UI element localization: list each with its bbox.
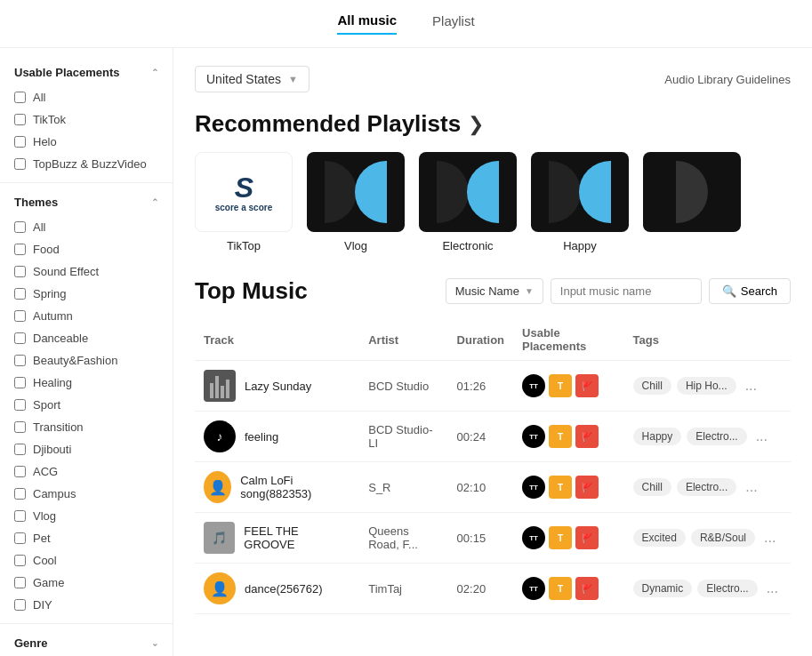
guideline-link[interactable]: Audio Library Guidelines xyxy=(664,73,791,86)
checkbox-theme-beauty-fashion[interactable] xyxy=(14,355,26,366)
sidebar-item-theme-acg[interactable]: ACG xyxy=(0,460,173,483)
label-theme-sound-effect: Sound Effect xyxy=(33,265,99,278)
sidebar-section-genre-header[interactable]: Genre ⌄ xyxy=(0,629,173,656)
checkbox-theme-sport[interactable] xyxy=(14,399,26,411)
sidebar-item-theme-sport[interactable]: Sport xyxy=(0,394,173,416)
track-name: Calm LoFi song(882353) xyxy=(240,474,350,500)
sidebar-item-theme-campus[interactable]: Campus xyxy=(0,483,173,505)
col-artist: Artist xyxy=(359,319,447,361)
cell-tags: ChillHip Ho... ... xyxy=(624,361,791,412)
checkbox-theme-vlog[interactable] xyxy=(14,510,26,522)
placement-topbuzz-icon: T xyxy=(549,425,572,448)
sidebar-item-theme-autumn[interactable]: Autumn xyxy=(0,305,173,327)
checkbox-all-placement[interactable] xyxy=(14,92,26,103)
tab-playlist[interactable]: Playlist xyxy=(432,13,475,34)
sidebar-section-usable-placements-header[interactable]: Usable Placements ⌃ xyxy=(0,59,173,86)
cell-track: 👤 dance(256762) xyxy=(195,564,359,614)
checkbox-topbuzz[interactable] xyxy=(14,158,26,170)
more-options-button[interactable]: ... xyxy=(742,378,760,394)
track-name: Lazy Sunday xyxy=(245,380,311,393)
sidebar-item-theme-all[interactable]: All xyxy=(0,216,173,238)
label-theme-campus: Campus xyxy=(33,487,76,500)
placement-tiktok-icon: TT xyxy=(522,526,545,549)
sidebar-item-theme-djibouti[interactable]: Djibouti xyxy=(0,438,173,460)
checkbox-theme-autumn[interactable] xyxy=(14,310,26,322)
more-options-button[interactable]: ... xyxy=(760,530,779,546)
playlist-card-vlog[interactable]: Vlog xyxy=(307,152,405,252)
cell-artist: S_R xyxy=(359,462,447,513)
sidebar-item-helo[interactable]: Helo xyxy=(0,131,173,153)
track-name: dance(256762) xyxy=(245,582,322,596)
playlist-thumb-electronic xyxy=(419,152,517,232)
sidebar-item-theme-sound-effect[interactable]: Sound Effect xyxy=(0,260,173,283)
sidebar-item-theme-food[interactable]: Food xyxy=(0,238,173,260)
more-options-button[interactable]: ... xyxy=(742,479,760,495)
sidebar-item-theme-danceable[interactable]: Danceable xyxy=(0,327,173,349)
sidebar-item-theme-diy[interactable]: DIY xyxy=(0,594,173,616)
tab-all-music[interactable]: All music xyxy=(337,12,397,35)
label-theme-spring: Spring xyxy=(33,287,67,300)
checkbox-theme-cool[interactable] xyxy=(14,555,26,566)
more-options-button[interactable]: ... xyxy=(752,428,771,444)
placement-topbuzz-icon: T xyxy=(549,476,572,499)
sidebar-section-themes-header[interactable]: Themes ⌃ xyxy=(0,188,173,216)
sidebar-item-theme-beauty-fashion[interactable]: Beauty&Fashion xyxy=(0,349,173,372)
sidebar-section-genre: Genre ⌄ xyxy=(0,629,173,656)
sidebar-item-theme-vlog[interactable]: Vlog xyxy=(0,505,173,527)
playlist-label-electronic: Electronic xyxy=(442,239,493,252)
sidebar-item-tiktok[interactable]: TikTok xyxy=(0,108,173,131)
playlist-card-extra[interactable] xyxy=(643,152,741,252)
sidebar-item-theme-spring[interactable]: Spring xyxy=(0,283,173,305)
label-theme-cool: Cool xyxy=(33,554,57,567)
checkbox-theme-spring[interactable] xyxy=(14,288,26,300)
checkbox-theme-danceable[interactable] xyxy=(14,332,26,344)
search-input[interactable] xyxy=(551,278,702,304)
playlist-thumb-extra xyxy=(643,152,741,232)
checkbox-theme-game[interactable] xyxy=(14,577,26,588)
top-music-title: Top Music xyxy=(195,277,308,305)
cell-tags: HappyElectro... ... xyxy=(624,412,791,462)
playlist-card-happy[interactable]: Happy xyxy=(531,152,629,252)
usable-placements-chevron: ⌃ xyxy=(151,68,158,77)
recommended-arrow-icon[interactable]: ❯ xyxy=(468,113,484,136)
sidebar-item-theme-pet[interactable]: Pet xyxy=(0,527,173,549)
placement-tiktok-icon: TT xyxy=(522,425,545,448)
checkbox-theme-diy[interactable] xyxy=(14,599,26,611)
sidebar-item-theme-game[interactable]: Game xyxy=(0,572,173,594)
label-theme-autumn: Autumn xyxy=(33,309,73,323)
sidebar-item-all-placement[interactable]: All xyxy=(0,86,173,108)
cell-track: 👤 Calm LoFi song(882353) xyxy=(195,462,359,513)
tag-badge: Dynamic xyxy=(633,580,693,597)
checkbox-theme-sound-effect[interactable] xyxy=(14,266,26,277)
checkbox-theme-acg[interactable] xyxy=(14,466,26,477)
checkbox-theme-all[interactable] xyxy=(14,221,26,233)
track-name: FEEL THE GROOVE xyxy=(244,524,350,551)
checkbox-theme-transition[interactable] xyxy=(14,421,26,433)
checkbox-theme-campus[interactable] xyxy=(14,488,26,500)
more-options-button[interactable]: ... xyxy=(763,580,782,596)
checkbox-theme-djibouti[interactable] xyxy=(14,444,26,455)
checkbox-theme-food[interactable] xyxy=(14,244,26,255)
sidebar-item-theme-cool[interactable]: Cool xyxy=(0,549,173,572)
playlist-card-electronic[interactable]: Electronic xyxy=(419,152,517,252)
playlist-card-tiktop[interactable]: S score a score TikTop xyxy=(195,152,293,252)
search-button[interactable]: 🔍 Search xyxy=(709,278,791,304)
cell-placements: TT T 🚩 xyxy=(513,361,624,412)
checkbox-theme-pet[interactable] xyxy=(14,532,26,544)
sidebar-item-topbuzz[interactable]: TopBuzz & BuzzVideo xyxy=(0,153,173,175)
sidebar-item-theme-transition[interactable]: Transition xyxy=(0,416,173,438)
music-name-select[interactable]: Music Name ▼ xyxy=(446,278,543,304)
country-select[interactable]: United States ▼ xyxy=(195,66,310,92)
checkbox-helo[interactable] xyxy=(14,136,26,148)
checkbox-theme-healing[interactable] xyxy=(14,377,26,388)
sidebar-item-theme-healing[interactable]: Healing xyxy=(0,372,173,394)
label-theme-sport: Sport xyxy=(33,398,60,412)
cell-tags: ExcitedR&B/Soul ... xyxy=(624,513,791,564)
table-row: 🎵 FEEL THE GROOVE Queens Road, F... 00:1… xyxy=(195,513,791,564)
label-theme-pet: Pet xyxy=(33,532,51,545)
cell-artist: Queens Road, F... xyxy=(359,513,447,564)
placement-tiktok-icon: TT xyxy=(522,476,545,499)
checkbox-tiktok[interactable] xyxy=(14,114,26,125)
placement-icons: TT T 🚩 xyxy=(522,374,615,397)
playlist-thumb-vlog xyxy=(307,152,405,232)
